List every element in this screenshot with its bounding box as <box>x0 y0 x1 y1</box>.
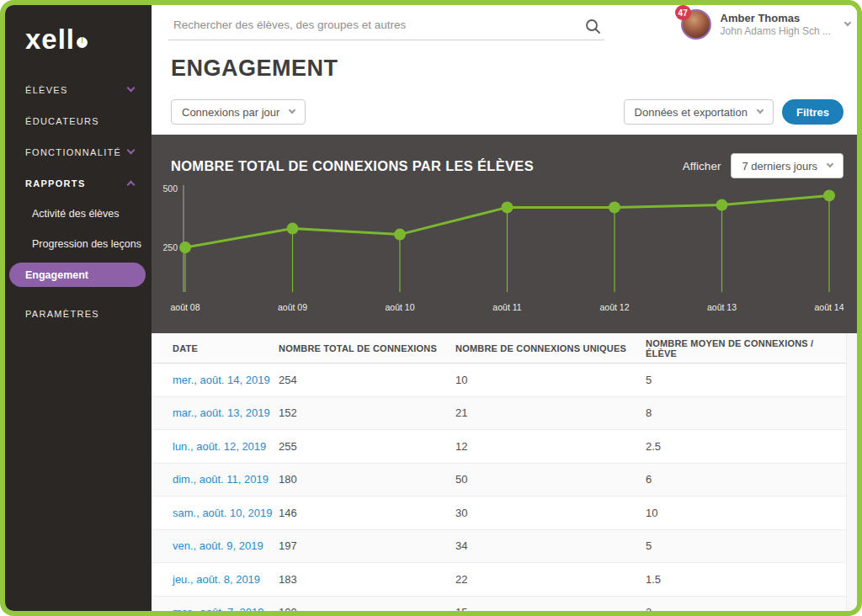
date-link[interactable]: dim., août. 11, 2019 <box>173 473 279 486</box>
sidebar-item-label: PARAMÈTRES <box>25 309 99 319</box>
total-connections-cell: 254 <box>279 374 455 386</box>
unique-connections-cell: 12 <box>455 440 646 453</box>
svg-text:500: 500 <box>162 183 178 194</box>
table-row: mer., août. 14, 2019 254 10 5 <box>152 364 846 397</box>
chart-title: NOMBRE TOTAL DE CONNEXIONS PAR LES ÉLÈVE… <box>171 158 534 174</box>
toolbar-right: Données et exportation Filtres <box>624 99 843 125</box>
sidebar-item-rapports[interactable]: RAPPORTS <box>5 167 152 199</box>
total-connections-cell: 197 <box>279 539 455 552</box>
table-header-row: DATE NOMBRE TOTAL DE CONNEXIONS NOMBRE D… <box>152 333 846 364</box>
sidebar-subitem-progression-des-lecons[interactable]: Progression des leçons <box>5 229 152 259</box>
svg-text:août 09: août 09 <box>278 302 307 312</box>
table-row: dim., août. 11, 2019 180 50 6 <box>152 464 846 497</box>
sidebar-subitem-label: Progression des leçons <box>32 238 141 250</box>
sidebar-subitem-engagement-selected[interactable]: Engagement <box>9 263 146 287</box>
logo-o-icon <box>77 37 88 48</box>
user-organization: John Adams High Sch ... <box>721 25 831 38</box>
sidebar-subitem-label: Activité des élèves <box>32 208 120 220</box>
total-connections-cell: 183 <box>279 573 455 586</box>
unique-connections-cell: 21 <box>455 406 646 419</box>
chevron-down-icon <box>844 19 851 26</box>
app-frame: xell ÉLÈVES ÉDUCATEURS FONCTIONNALITÉ RA… <box>0 0 862 616</box>
sidebar-item-label: RAPPORTS <box>25 178 86 189</box>
table-row: sam., août. 10, 2019 146 30 10 <box>152 497 846 530</box>
svg-text:août 10: août 10 <box>385 302 414 312</box>
filters-button[interactable]: Filtres <box>782 99 843 125</box>
unique-connections-cell: 10 <box>455 374 646 386</box>
unique-connections-cell: 15 <box>455 606 646 611</box>
table-row: jeu., août. 8, 2019 183 22 1.5 <box>152 563 846 597</box>
chevron-down-icon <box>127 146 136 155</box>
column-header-date: DATE <box>173 343 279 353</box>
chart-header: NOMBRE TOTAL DE CONNEXIONS PAR LES ÉLÈVE… <box>171 153 843 178</box>
date-range-dropdown[interactable]: 7 derniers jours <box>731 153 843 178</box>
date-link[interactable]: mar., août. 13, 2019 <box>173 406 279 419</box>
sidebar: xell ÉLÈVES ÉDUCATEURS FONCTIONNALITÉ RA… <box>5 5 152 611</box>
average-connections-cell: 6 <box>646 473 846 486</box>
chevron-up-icon <box>127 181 136 189</box>
date-link[interactable]: mer., août. 7, 2019 <box>173 606 279 611</box>
unique-connections-cell: 30 <box>455 507 646 519</box>
average-connections-cell: 5 <box>646 539 846 552</box>
unique-connections-cell: 22 <box>455 573 646 586</box>
total-connections-cell: 100 <box>279 606 455 611</box>
sidebar-item-fonctionnalite[interactable]: FONCTIONNALITÉ <box>5 136 152 167</box>
metric-dropdown[interactable]: Connexions par jour <box>171 99 306 125</box>
total-connections-cell: 255 <box>279 440 455 453</box>
avatar-wrap: 47 <box>681 9 711 40</box>
chevron-down-icon <box>757 107 764 114</box>
app-window: xell ÉLÈVES ÉDUCATEURS FONCTIONNALITÉ RA… <box>5 5 857 611</box>
column-header-unique: NOMBRE DE CONNEXIONS UNIQUES <box>455 343 646 353</box>
sidebar-item-label: ÉLÈVES <box>25 85 68 95</box>
sidebar-subitem-activite-des-eleves[interactable]: Activité des élèves <box>5 199 152 229</box>
user-info: Amber Thomas John Adams High Sch ... <box>721 12 831 38</box>
engagement-table: DATE NOMBRE TOTAL DE CONNEXIONS NOMBRE D… <box>152 333 846 611</box>
export-dropdown[interactable]: Données et exportation <box>624 99 774 125</box>
user-name: Amber Thomas <box>721 12 831 25</box>
notification-badge: 47 <box>675 5 691 20</box>
xello-logo[interactable]: xell <box>25 22 152 57</box>
search-icon[interactable] <box>585 19 601 38</box>
sidebar-item-label: FONCTIONNALITÉ <box>25 147 121 157</box>
main-content: 47 Amber Thomas John Adams High Sch ... … <box>152 5 857 611</box>
total-connections-cell: 180 <box>279 473 455 486</box>
logo-o-green-fill <box>82 37 82 43</box>
date-range-value: 7 derniers jours <box>742 160 817 173</box>
date-link[interactable]: sam., août. 10, 2019 <box>173 507 279 519</box>
scrollbar-track[interactable] <box>846 333 857 611</box>
table-row: ven., août. 9, 2019 197 34 5 <box>152 530 846 564</box>
chevron-down-icon <box>289 107 295 114</box>
search-bar <box>168 12 604 40</box>
average-connections-cell: 10 <box>646 507 846 519</box>
average-connections-cell: 3 <box>646 606 846 611</box>
svg-text:août 08: août 08 <box>170 302 200 312</box>
column-header-total: NOMBRE TOTAL DE CONNEXIONS <box>279 343 455 353</box>
average-connections-cell: 1.5 <box>646 573 846 586</box>
chart-range-controls: Afficher 7 derniers jours <box>683 153 843 178</box>
sidebar-item-eleves[interactable]: ÉLÈVES <box>5 74 152 105</box>
engagement-table-body: mer., août. 14, 2019 254 10 5 mar., août… <box>152 364 846 611</box>
average-connections-cell: 8 <box>646 406 846 419</box>
date-link[interactable]: ven., août. 9, 2019 <box>173 539 279 552</box>
user-menu[interactable]: 47 Amber Thomas John Adams High Sch ... <box>681 9 850 40</box>
total-connections-cell: 146 <box>279 507 455 519</box>
average-connections-cell: 2.5 <box>646 440 846 453</box>
table-row: mer., août. 7, 2019 100 15 3 <box>152 597 846 612</box>
search-input[interactable] <box>168 12 564 36</box>
sidebar-item-educateurs[interactable]: ÉDUCATEURS <box>5 105 152 136</box>
sidebar-item-parametres[interactable]: PARAMÈTRES <box>5 298 152 329</box>
toolbar-left: Connexions par jour <box>171 99 306 125</box>
unique-connections-cell: 50 <box>455 473 646 486</box>
sidebar-item-label: ÉDUCATEURS <box>25 116 99 126</box>
page-title: ENGAGEMENT <box>171 56 338 82</box>
svg-text:août 13: août 13 <box>707 302 737 312</box>
average-connections-cell: 5 <box>646 374 846 386</box>
metric-dropdown-value: Connexions par jour <box>182 106 279 119</box>
sidebar-subitem-label: Engagement <box>25 269 88 281</box>
svg-text:août 14: août 14 <box>814 302 843 312</box>
date-link[interactable]: mer., août. 14, 2019 <box>173 374 279 386</box>
chevron-down-icon <box>127 84 136 93</box>
date-link[interactable]: lun., août. 12, 2019 <box>173 440 279 453</box>
date-link[interactable]: jeu., août. 8, 2019 <box>173 573 279 586</box>
total-connections-cell: 152 <box>279 406 455 419</box>
